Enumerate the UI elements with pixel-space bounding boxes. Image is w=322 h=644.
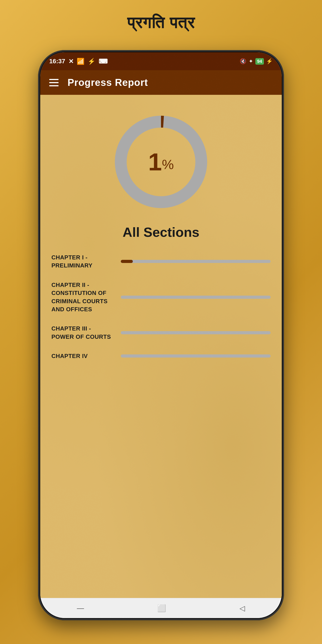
chapters-list: CHAPTER I - PRELIMINARYCHAPTER II - CONS…: [52, 253, 270, 360]
donut-label: 1%: [148, 150, 174, 174]
chapter-row[interactable]: CHAPTER I - PRELIMINARY: [52, 253, 270, 270]
wifi-icon: 📶: [77, 58, 84, 65]
battery-level: 94: [255, 58, 264, 64]
percent-number: 1: [148, 148, 162, 176]
chapter-progress-bar: [121, 296, 270, 299]
hamburger-menu-button[interactable]: [49, 79, 58, 86]
donut-chart: 1%: [107, 108, 215, 216]
phone-frame: 16:37 ✕ 📶 ⚡ ⌨ 🔇 ✦ 94 ⚡ Progress Report: [38, 50, 284, 620]
chapter-row[interactable]: CHAPTER IV: [52, 352, 270, 360]
nav-square-button[interactable]: ⬜: [150, 602, 173, 615]
percent-sign: %: [162, 157, 174, 172]
chapter-progress-bar: [121, 331, 270, 334]
main-content: 1% All Sections CHAPTER I - PRELIMINARYC…: [40, 95, 282, 598]
charging-icon: ⚡: [266, 58, 273, 64]
status-time: 16:37: [49, 58, 65, 65]
page-bg-title: प्रगति पत्र: [127, 14, 195, 32]
chapter-progress-bar: [121, 260, 270, 263]
all-sections-label: All Sections: [52, 224, 270, 240]
keyboard-icon: ⌨: [98, 58, 108, 65]
close-icon: ✕: [68, 58, 74, 65]
phone-inner: 16:37 ✕ 📶 ⚡ ⌨ 🔇 ✦ 94 ⚡ Progress Report: [40, 52, 282, 618]
bottom-nav: — ⬜ ◁: [40, 598, 282, 618]
usb-icon: ⚡: [88, 58, 96, 65]
chapter-name: CHAPTER IV: [52, 352, 114, 360]
chapter-name: CHAPTER II - CONSTITUTION OF CRIMINAL CO…: [52, 281, 114, 314]
chart-container: 1%: [52, 108, 270, 216]
nav-home-button[interactable]: —: [70, 602, 91, 614]
app-bar: Progress Report: [40, 70, 282, 95]
nav-back-button[interactable]: ◁: [233, 602, 252, 615]
status-bar: 16:37 ✕ 📶 ⚡ ⌨ 🔇 ✦ 94 ⚡: [40, 52, 282, 70]
chapter-name: CHAPTER I - PRELIMINARY: [52, 253, 114, 270]
chapter-progress-fill: [121, 260, 133, 263]
chapter-row[interactable]: CHAPTER II - CONSTITUTION OF CRIMINAL CO…: [52, 281, 270, 314]
chapter-row[interactable]: CHAPTER III - POWER OF COURTS: [52, 324, 270, 341]
mute-icon: 🔇: [240, 58, 246, 64]
bluetooth-icon: ✦: [249, 58, 253, 64]
app-bar-title: Progress Report: [68, 77, 148, 88]
chapter-progress-bar: [121, 354, 270, 358]
chapter-name: CHAPTER III - POWER OF COURTS: [52, 324, 114, 341]
